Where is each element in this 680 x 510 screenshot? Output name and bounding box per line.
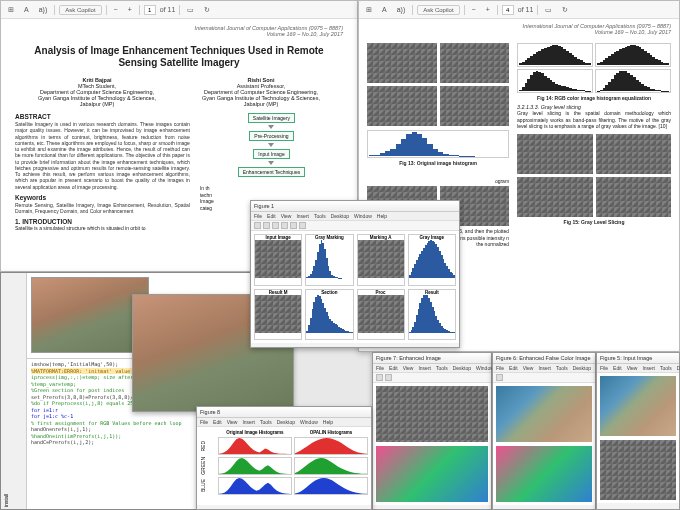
introduction-text: Satellite is a simulated structure which… [15, 225, 190, 231]
menu-edit[interactable]: Edit [389, 365, 398, 371]
zoom-in-button[interactable]: + [125, 5, 135, 14]
ask-copilot-button[interactable]: Ask Copilot [59, 5, 101, 15]
read-aloud-button[interactable]: a)) [394, 5, 409, 14]
menu-edit[interactable]: Edit [613, 365, 622, 371]
page-number-input[interactable] [144, 5, 156, 15]
menu-tools[interactable]: Tools [260, 419, 272, 425]
rotate-icon[interactable] [290, 222, 297, 229]
col-title: Original Image Histograms [218, 430, 292, 435]
satellite-thumb [596, 177, 671, 217]
menu-edit[interactable]: Edit [509, 365, 518, 371]
menu-file[interactable]: File [496, 365, 504, 371]
satellite-thumb [367, 86, 437, 126]
menu-view[interactable]: View [227, 419, 238, 425]
ask-copilot-button[interactable]: Ask Copilot [417, 5, 459, 15]
menu-view[interactable]: View [403, 365, 414, 371]
menu-insert[interactable]: Insert [538, 365, 551, 371]
cut-text: categ [200, 205, 212, 211]
zoom-icon[interactable] [272, 222, 279, 229]
band-label: GREEN [200, 457, 216, 475]
menu-file[interactable]: File [376, 365, 384, 371]
read-aloud-button[interactable]: a)) [36, 5, 51, 14]
figure-menubar[interactable]: FileEditViewInsertToolsDesktopWindowHelp [197, 418, 371, 427]
menu-desktop[interactable]: Desktop [453, 365, 471, 371]
menu-help[interactable]: Help [377, 213, 387, 219]
menu-window[interactable]: Window [354, 213, 372, 219]
datacursor-icon[interactable] [299, 222, 306, 229]
zoom-icon[interactable] [385, 374, 392, 381]
menu-insert[interactable]: Insert [418, 365, 431, 371]
menu-desktop[interactable]: Desktop [677, 365, 680, 371]
menu-tools[interactable]: Tools [660, 365, 672, 371]
fig15-grid [517, 134, 671, 217]
figure-title: Figure 6: Enhanced False Color Image [496, 355, 590, 361]
fit-page-button[interactable]: ⊞ [5, 5, 17, 15]
figure-window-false-color: Figure 6: Enhanced False Color Image Fil… [492, 352, 596, 510]
figure-titlebar[interactable]: Figure 6: Enhanced False Color Image [493, 353, 595, 364]
separator [54, 5, 55, 15]
fig14-caption: Fig 14: RGB color image histogram equali… [517, 95, 671, 101]
figure-toolbar[interactable] [493, 373, 595, 383]
flow-step: Pre-Processing [249, 131, 293, 141]
arrow-down-icon [268, 125, 274, 129]
fig13-caption: Fig 13: Original image histogram [367, 160, 509, 166]
menu-file[interactable]: File [254, 213, 262, 219]
abstract-text: Satellite Imagery is used in various res… [15, 121, 190, 190]
save-icon[interactable] [496, 374, 503, 381]
menu-insert[interactable]: Insert [242, 419, 255, 425]
layout-button[interactable]: ▭ [542, 5, 555, 15]
menu-view[interactable]: View [627, 365, 638, 371]
figure-menubar[interactable]: FileEditViewInsertToolsDesktopWindowHelp [373, 364, 491, 373]
figure-menubar[interactable]: FileEditViewInsertToolsDesktopWindowHelp [251, 212, 459, 221]
cut-text: Image [200, 198, 214, 204]
zoom-in-button[interactable]: + [483, 5, 493, 14]
menu-file[interactable]: File [600, 365, 608, 371]
rotate-button[interactable]: ↻ [559, 5, 571, 15]
menu-tools[interactable]: Tools [556, 365, 568, 371]
menu-desktop[interactable]: Desktop [277, 419, 295, 425]
coastal-image [600, 376, 676, 436]
fit-page-button[interactable]: ⊞ [363, 5, 375, 15]
menu-view[interactable]: View [281, 213, 292, 219]
text-size-button[interactable]: A [379, 5, 390, 14]
menu-edit[interactable]: Edit [267, 213, 276, 219]
figure-titlebar[interactable]: Figure 5: Input Image [597, 353, 679, 364]
menu-tools[interactable]: Tools [436, 365, 448, 371]
figure-title: Figure 1 [254, 203, 274, 209]
save-icon[interactable] [376, 374, 383, 381]
figure-toolbar[interactable] [373, 373, 491, 383]
rotate-button[interactable]: ↻ [201, 5, 213, 15]
menu-window[interactable]: Window [300, 419, 318, 425]
figure-window-rgb-hist: Figure 8 FileEditViewInsertToolsDesktopW… [196, 406, 372, 510]
zoom-out-button[interactable]: − [111, 5, 121, 14]
subplot: Result M [254, 289, 302, 341]
save-icon[interactable] [254, 222, 261, 229]
page-number-input[interactable] [502, 5, 514, 15]
menu-desktop[interactable]: Desktop [331, 213, 349, 219]
subplot: Proc [357, 289, 405, 341]
figure-menubar[interactable]: FileEditViewInsertToolsDesktopWindowHelp [597, 364, 679, 373]
abstract-heading: ABSTRACT [15, 113, 190, 120]
figure-titlebar[interactable]: Figure 7: Enhanced Image [373, 353, 491, 364]
menu-tools[interactable]: Tools [314, 213, 326, 219]
pan-icon[interactable] [281, 222, 288, 229]
subplot: Section [305, 289, 353, 341]
figure-menubar[interactable]: FileEditViewInsertToolsDesktopWindowHelp [493, 364, 595, 373]
figure-titlebar[interactable]: Figure 8 [197, 407, 371, 418]
zoom-out-button[interactable]: − [469, 5, 479, 14]
journal-volume: Volume 169 – No.10, July 2017 [367, 29, 671, 35]
menu-insert[interactable]: Insert [296, 213, 309, 219]
menu-help[interactable]: Help [323, 419, 333, 425]
satellite-thumb [517, 134, 592, 174]
layout-button[interactable]: ▭ [184, 5, 197, 15]
menu-desktop[interactable]: Desktop [573, 365, 591, 371]
menu-edit[interactable]: Edit [213, 419, 222, 425]
menu-view[interactable]: View [523, 365, 534, 371]
menu-insert[interactable]: Insert [642, 365, 655, 371]
menu-file[interactable]: File [200, 419, 208, 425]
text-size-button[interactable]: A [21, 5, 32, 14]
figure-toolbar[interactable] [251, 221, 459, 231]
workspace-panel[interactable]: install [1, 273, 27, 509]
figure-titlebar[interactable]: Figure 1 [251, 201, 459, 212]
print-icon[interactable] [263, 222, 270, 229]
